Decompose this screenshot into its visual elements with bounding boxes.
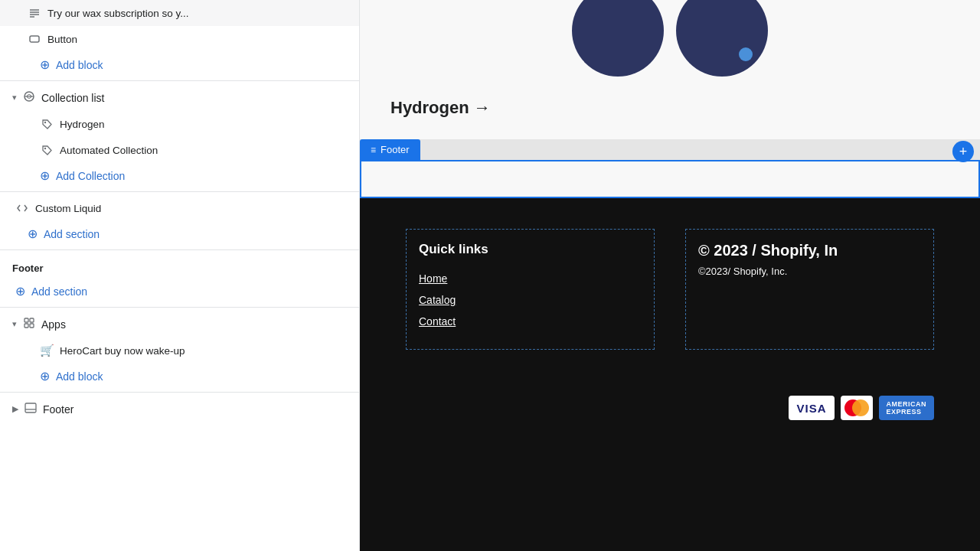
button-label: Button bbox=[47, 34, 347, 45]
add-section-label-1: Add section bbox=[44, 228, 100, 240]
svg-rect-13 bbox=[25, 403, 36, 412]
code-icon bbox=[15, 201, 29, 215]
herocart-icon: 🛒 bbox=[40, 344, 54, 357]
visa-label: VISA bbox=[796, 402, 826, 415]
chevron-down-icon-apps: ▾ bbox=[12, 319, 17, 329]
footer-tab[interactable]: ≡ Footer bbox=[360, 139, 420, 160]
tag-icon-2 bbox=[40, 143, 54, 157]
preview-scroll: Hydrogen → ≡ Footer + Quick links Home bbox=[360, 0, 980, 551]
sidebar-item-apps[interactable]: ▾ Apps bbox=[0, 311, 359, 337]
mastercard-card bbox=[841, 396, 873, 420]
visa-card: VISA bbox=[789, 396, 834, 420]
add-circle-icon-4: ⊕ bbox=[15, 284, 25, 298]
footer-nav-catalog[interactable]: Catalog bbox=[419, 294, 642, 306]
add-block-label-1: Add block bbox=[56, 59, 103, 71]
add-section-footer-label: Add section bbox=[31, 285, 87, 298]
custom-liquid-label: Custom Liquid bbox=[35, 203, 347, 214]
footer-grid: Quick links Home Catalog Contact © 2023 … bbox=[406, 229, 934, 350]
sidebar: Try our wax subscription so y... Button … bbox=[0, 0, 360, 551]
add-collection-label: Add Collection bbox=[56, 170, 125, 182]
footer-add-button[interactable]: + bbox=[952, 141, 974, 162]
footer-nav-contact[interactable]: Contact bbox=[419, 315, 642, 328]
svg-rect-4 bbox=[30, 36, 39, 42]
sidebar-item-collection-list[interactable]: ▾ Collection list bbox=[0, 84, 359, 111]
sidebar-item-custom-liquid[interactable]: Custom Liquid bbox=[0, 195, 359, 221]
copyright-section: © 2023 / Shopify, In ©2023/ Shopify, Inc… bbox=[685, 229, 934, 350]
apps-grid-icon bbox=[23, 317, 35, 331]
product-images-row bbox=[390, 0, 949, 92]
automated-collection-label: Automated Collection bbox=[60, 145, 347, 156]
svg-point-8 bbox=[44, 147, 45, 148]
collection-list-label: Collection list bbox=[41, 92, 104, 104]
text-icon bbox=[28, 6, 41, 20]
add-block-btn-1[interactable]: ⊕ Add block bbox=[0, 52, 359, 77]
footer-nav-home[interactable]: Home bbox=[419, 272, 642, 285]
footer-collapsed-label: Footer bbox=[43, 403, 74, 416]
plus-icon: + bbox=[959, 144, 968, 160]
chevron-down-icon: ▾ bbox=[12, 93, 17, 103]
add-block-apps-label: Add block bbox=[56, 370, 103, 383]
amex-label: AMERICANEXPRESS bbox=[887, 400, 927, 416]
footer-tab-label: Footer bbox=[381, 144, 410, 155]
chevron-right-icon: ▶ bbox=[12, 404, 18, 414]
apps-label: Apps bbox=[41, 318, 66, 331]
add-circle-icon-5: ⊕ bbox=[40, 369, 50, 383]
herocart-label: HeroCart buy now wake-up bbox=[60, 345, 347, 357]
footer-icon bbox=[24, 402, 37, 416]
svg-rect-10 bbox=[30, 318, 34, 322]
sidebar-item-hydrogen[interactable]: Hydrogen bbox=[0, 111, 359, 137]
svg-point-7 bbox=[44, 121, 45, 122]
sidebar-item-automated-collection[interactable]: Automated Collection bbox=[0, 137, 359, 163]
sidebar-item-button[interactable]: Button bbox=[0, 26, 359, 52]
footer-tab-icon: ≡ bbox=[371, 145, 376, 155]
product-title-text: Hydrogen bbox=[390, 98, 469, 118]
product-section-top: Hydrogen → bbox=[360, 0, 980, 139]
add-circle-icon-2: ⊕ bbox=[40, 168, 50, 183]
footer-bottom: VISA AMERICANEXPRESS bbox=[406, 380, 934, 420]
footer-section-label: Footer bbox=[0, 253, 359, 279]
footer-outline-area bbox=[360, 160, 980, 198]
product-arrow-icon: → bbox=[474, 98, 491, 118]
product-title-link[interactable]: Hydrogen → bbox=[390, 92, 949, 124]
footer-tab-bar: ≡ Footer + bbox=[360, 139, 980, 160]
mc-right-circle bbox=[852, 399, 869, 416]
quick-links-section: Quick links Home Catalog Contact bbox=[406, 229, 655, 350]
sidebar-content: Try our wax subscription so y... Button … bbox=[0, 0, 359, 551]
hydrogen-collection-label: Hydrogen bbox=[60, 119, 347, 130]
add-collection-btn[interactable]: ⊕ Add Collection bbox=[0, 163, 359, 188]
sidebar-item-footer-collapsed[interactable]: ▶ Footer bbox=[0, 396, 359, 422]
tag-icon bbox=[40, 117, 54, 131]
copyright-big-text: © 2023 / Shopify, In bbox=[698, 242, 921, 259]
add-block-btn-apps[interactable]: ⊕ Add block bbox=[0, 364, 359, 389]
add-section-btn-1[interactable]: ⊕ Add section bbox=[0, 221, 359, 246]
svg-rect-12 bbox=[30, 324, 34, 328]
preview-area: Hydrogen → ≡ Footer + Quick links Home bbox=[360, 0, 980, 551]
quick-links-heading: Quick links bbox=[419, 242, 642, 257]
svg-rect-9 bbox=[24, 318, 28, 322]
grid-icon bbox=[23, 90, 35, 105]
copyright-small-text: ©2023/ Shopify, Inc. bbox=[698, 266, 921, 277]
svg-rect-11 bbox=[24, 324, 28, 328]
add-circle-icon-3: ⊕ bbox=[28, 227, 38, 241]
sidebar-item-subscription[interactable]: Try our wax subscription so y... bbox=[0, 0, 359, 26]
subscription-label: Try our wax subscription so y... bbox=[47, 8, 231, 19]
product-img-1 bbox=[572, 0, 664, 77]
button-icon bbox=[28, 32, 41, 46]
add-section-btn-footer[interactable]: ⊕ Add section bbox=[0, 279, 359, 304]
dark-footer: Quick links Home Catalog Contact © 2023 … bbox=[360, 198, 980, 551]
add-circle-icon: ⊕ bbox=[40, 57, 50, 72]
amex-card: AMERICANEXPRESS bbox=[879, 396, 935, 420]
sidebar-item-herocart[interactable]: 🛒 HeroCart buy now wake-up bbox=[0, 337, 359, 364]
product-img-2 bbox=[676, 0, 768, 77]
